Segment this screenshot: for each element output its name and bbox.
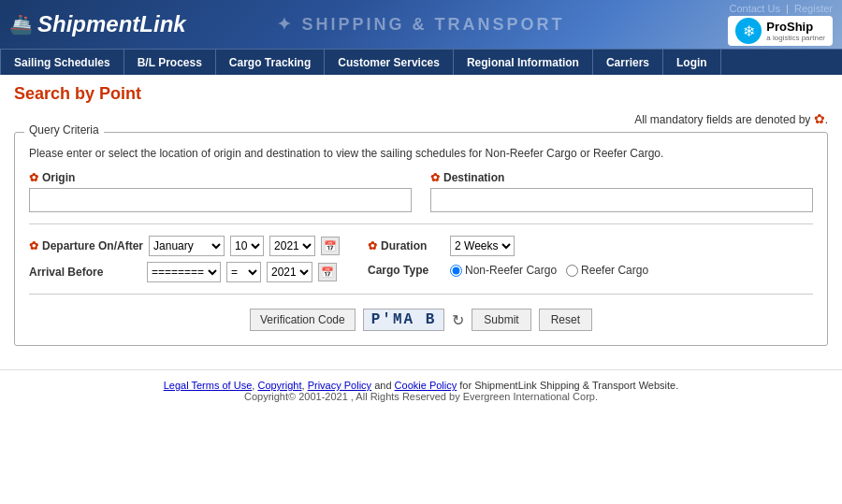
departure-duration-row: ✿ Departure On/After January February Ma… [29,236,813,282]
arrival-equals-select[interactable]: ======== ======= [147,262,221,282]
query-description: Please enter or select the location of o… [29,147,813,160]
duration-row: ✿ Duration 1 Week 2 Weeks 3 Weeks 4 Week… [368,236,648,256]
non-reefer-radio[interactable] [450,265,462,277]
mandatory-star-icon: ✿ [814,111,825,126]
origin-star: ✿ [29,171,38,184]
copyright-link[interactable]: Copyright [257,380,301,391]
nav-cargo-tracking[interactable]: Cargo Tracking [216,50,325,75]
legal-terms-link[interactable]: Legal Terms of Use [164,380,253,391]
logo-area: 🚢 ShipmentLink [9,11,186,37]
origin-input[interactable] [29,188,412,212]
nav-login[interactable]: Login [663,50,721,75]
cookie-link[interactable]: Cookie Policy [395,380,457,391]
arrival-row: Arrival Before ======== ======= = >= <= … [29,262,340,282]
separator-2 [29,294,813,295]
nav-regional-information[interactable]: Regional Information [454,50,593,75]
nav-sailing-schedules[interactable]: Sailing Schedules [0,50,124,75]
verification-code-button[interactable]: Verification Code [250,309,356,331]
site-logo: ShipmentLink [37,11,186,37]
nav-bar: Sailing Schedules B/L Process Cargo Trac… [0,49,842,75]
reefer-radio[interactable] [566,265,578,277]
proship-logo: ❄ ProShip a logistics partner [728,16,833,46]
departure-calendar-icon[interactable]: 📅 [321,237,340,255]
cargo-type-label: Cargo Type [368,264,443,277]
refresh-icon[interactable]: ↻ [452,311,464,329]
header-watermark: ✦ SHIPPING & TRANSPORT [277,14,564,35]
non-reefer-option[interactable]: Non-Reefer Cargo [450,264,557,277]
submit-row: Verification Code P'MA B ↻ Submit Reset [29,309,813,331]
proship-text-block: ProShip a logistics partner [766,20,825,42]
duration-select[interactable]: 1 Week 2 Weeks 3 Weeks 4 Weeks [450,236,515,256]
query-legend: Query Criteria [24,123,104,137]
destination-field: ✿ Destination [430,171,813,212]
nav-customer-services[interactable]: Customer Services [325,50,454,75]
mandatory-note: All mandatory fields are denoted by ✿. [14,111,828,126]
nav-carriers[interactable]: Carriers [593,50,663,75]
arrival-year-select[interactable]: 20192020202120222023 [267,262,312,282]
page-content: Search by Point All mandatory fields are… [0,75,842,365]
footer: Legal Terms of Use, Copyright, Privacy P… [0,369,842,411]
departure-day-select[interactable]: 12345 678910 1112131415 1617181920 21222… [230,236,264,256]
origin-label: ✿ Origin [29,171,412,184]
duration-star: ✿ [368,239,377,252]
arrival-calendar-icon[interactable]: 📅 [318,263,337,281]
origin-field: ✿ Origin [29,171,412,212]
submit-button[interactable]: Submit [472,309,530,331]
departure-year-select[interactable]: 20192020202120222023 [269,236,315,256]
duration-section: ✿ Duration 1 Week 2 Weeks 3 Weeks 4 Week… [368,236,648,277]
origin-destination-row: ✿ Origin ✿ Destination [29,171,813,212]
departure-row: ✿ Departure On/After January February Ma… [29,236,340,256]
footer-line1: Legal Terms of Use, Copyright, Privacy P… [9,380,833,391]
cargo-type-row: Cargo Type Non-Reefer Cargo Reefer Cargo [368,264,648,277]
nav-bl-process[interactable]: B/L Process [124,50,216,75]
destination-star: ✿ [430,171,440,184]
duration-label: ✿ Duration [368,239,443,252]
departure-star: ✿ [29,239,38,252]
ship-icon: 🚢 [9,13,33,36]
privacy-link[interactable]: Privacy Policy [308,380,371,391]
contact-links: Contact Us | Register [730,3,833,14]
departure-section: ✿ Departure On/After January February Ma… [29,236,340,282]
proship-icon: ❄ [735,18,762,44]
header: 🚢 ShipmentLink ✦ SHIPPING & TRANSPORT Co… [0,0,842,49]
destination-label: ✿ Destination [430,171,813,184]
page-title: Search by Point [14,84,828,104]
arrival-eq-sign-select[interactable]: = >= <= [226,262,261,282]
cargo-type-radio-group: Non-Reefer Cargo Reefer Cargo [450,264,648,277]
reset-button[interactable]: Reset [539,309,592,331]
arrival-label: Arrival Before [29,266,141,279]
separator [29,223,813,224]
query-criteria-box: Query Criteria Please enter or select th… [14,132,828,346]
proship-label: ProShip [766,20,813,34]
reefer-option[interactable]: Reefer Cargo [566,264,648,277]
register-link[interactable]: Register [794,3,833,14]
proship-sub: a logistics partner [766,34,825,42]
header-right: Contact Us | Register ❄ ProShip a logist… [728,3,833,46]
departure-month-select[interactable]: January February March April May June Ju… [149,236,225,256]
destination-input[interactable] [430,188,813,212]
footer-line2: Copyright© 2001-2021 , All Rights Reserv… [9,391,833,402]
contact-us-link[interactable]: Contact Us [730,3,780,14]
departure-label: ✿ Departure On/After [29,239,143,252]
captcha-display: P'MA B [363,309,445,331]
